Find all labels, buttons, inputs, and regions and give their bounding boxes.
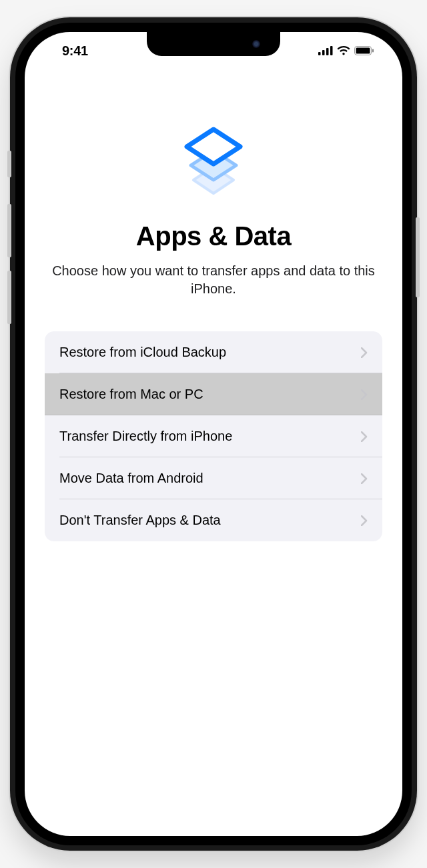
option-restore-mac-pc[interactable]: Restore from Mac or PC	[45, 373, 382, 415]
cellular-signal-icon	[318, 46, 333, 55]
silent-switch	[7, 151, 11, 177]
option-label: Restore from iCloud Backup	[59, 345, 226, 360]
setup-content: Apps & Data Choose how you want to trans…	[25, 32, 402, 836]
battery-icon	[354, 46, 374, 55]
option-label: Don't Transfer Apps & Data	[59, 513, 221, 528]
svg-rect-3	[330, 46, 333, 55]
phone-device-frame: 9:41	[10, 17, 417, 851]
page-subtitle: Choose how you want to transfer apps and…	[25, 262, 402, 298]
option-transfer-iphone[interactable]: Transfer Directly from iPhone	[45, 415, 382, 457]
chevron-right-icon	[361, 515, 368, 526]
volume-down-button	[7, 271, 11, 324]
svg-rect-1	[322, 50, 325, 55]
chevron-right-icon	[361, 389, 368, 400]
option-label: Move Data from Android	[59, 471, 203, 486]
option-move-android[interactable]: Move Data from Android	[45, 457, 382, 499]
phone-bezel: 9:41	[15, 23, 412, 845]
wifi-icon	[337, 46, 350, 55]
front-camera	[252, 40, 260, 48]
svg-rect-5	[356, 48, 370, 54]
apps-data-icon	[177, 119, 250, 201]
option-dont-transfer[interactable]: Don't Transfer Apps & Data	[45, 499, 382, 541]
notch	[147, 32, 280, 56]
power-button	[416, 217, 420, 297]
svg-rect-0	[318, 52, 321, 55]
page-title: Apps & Data	[136, 221, 291, 251]
chevron-right-icon	[361, 473, 368, 484]
option-label: Restore from Mac or PC	[59, 387, 203, 402]
chevron-right-icon	[361, 431, 368, 442]
volume-up-button	[7, 204, 11, 257]
chevron-right-icon	[361, 347, 368, 358]
phone-screen: 9:41	[25, 32, 402, 836]
status-icons	[318, 46, 374, 55]
option-restore-icloud[interactable]: Restore from iCloud Backup	[45, 331, 382, 373]
svg-rect-6	[372, 49, 374, 53]
option-label: Transfer Directly from iPhone	[59, 429, 232, 444]
transfer-options-list: Restore from iCloud Backup Restore from …	[45, 331, 382, 541]
status-time: 9:41	[62, 43, 88, 59]
svg-rect-2	[326, 48, 329, 55]
